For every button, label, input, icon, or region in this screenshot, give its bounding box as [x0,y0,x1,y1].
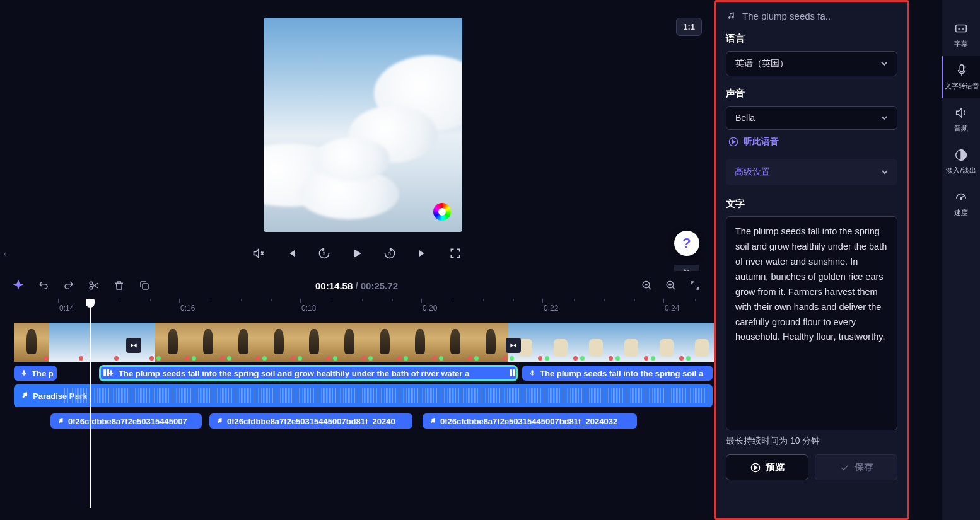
fit-timeline-button[interactable] [688,279,702,292]
panel-header: The plump seeds fa.. [726,11,897,21]
music-clip[interactable]: Paradise Park [14,384,713,407]
rail-audio[interactable]: 音频 [942,98,980,141]
music-track[interactable]: Paradise Park [0,384,713,407]
duration-hint: 最长持续时间为 10 分钟 [726,436,897,447]
ai-sparkle-button[interactable] [11,279,25,292]
svg-point-11 [960,197,962,199]
rail-fade[interactable]: 淡入/淡出 [942,141,980,183]
video-thumbnail[interactable] [438,323,473,362]
video-thumbnail[interactable] [614,323,650,362]
video-thumbnail[interactable] [367,323,402,362]
split-button[interactable] [87,279,101,292]
expand-left-button[interactable]: ‹ [4,248,7,258]
ruler-tick: 0:18 [301,304,316,313]
skip-start-button[interactable] [283,245,300,262]
rewind-5-button[interactable]: 5 [315,245,333,262]
voice-track[interactable]: The pThe plump seeds fall into the sprin… [0,366,713,381]
svg-rect-4 [143,284,148,289]
language-label: 语言 [726,33,897,45]
svg-point-3 [90,287,93,290]
sfx-track[interactable]: 0f26cfdbbe8a7f2e503154450070f26cfdbbe8a7… [0,413,713,429]
zoom-in-button[interactable] [664,279,678,292]
transition-icon[interactable] [506,338,521,353]
aspect-ratio-button[interactable]: 1:1 [676,18,702,36]
duplicate-button[interactable] [137,279,151,292]
advanced-settings-toggle[interactable]: 高级设置 [726,159,897,185]
preview-canvas[interactable] [264,18,462,232]
ruler-tick: 0:20 [423,304,437,313]
help-button[interactable]: ? [674,231,699,256]
video-thumbnail[interactable] [226,323,261,362]
video-thumbnail[interactable] [650,323,685,362]
transition-icon[interactable] [126,338,141,353]
ruler-tick: 0:24 [665,304,679,313]
ruler-tick: 0:22 [544,304,558,313]
video-thumbnail[interactable] [296,323,332,362]
rail-subtitle[interactable]: 字幕 [942,14,980,56]
video-thumbnail[interactable] [261,323,296,362]
video-track[interactable] [0,323,713,362]
video-thumbnail[interactable] [332,323,367,362]
playback-controls: 5 5 [0,245,713,262]
save-button[interactable]: 保存 [815,454,897,480]
svg-point-2 [90,282,93,285]
voice-clip[interactable]: The p [14,366,57,381]
sfx-clip[interactable]: 0f26cfdbbe8a7f2e50315445007bd81f_2024032 [423,413,637,429]
mute-button[interactable] [250,245,267,262]
preview-button[interactable]: 预览 [726,454,808,480]
text-label: 文字 [726,198,897,210]
tts-text-input[interactable]: The plump seeds fall into the spring soi… [726,216,897,430]
listen-voice-link[interactable]: 听此语音 [728,136,897,147]
tts-panel: The plump seeds fa.. 语言 英语（英国） 声音 Bella … [714,0,909,520]
voice-clip[interactable]: The plump seeds fall into the spring soi… [522,366,713,381]
svg-text:5: 5 [322,251,325,256]
timeline-region: 00:14.58 / 00:25.72 0:140:160:180:200:22… [0,271,713,520]
redo-button[interactable] [62,279,76,292]
language-select[interactable]: 英语（英国） [726,51,897,76]
ruler-tick: 0:16 [180,304,195,313]
skip-end-button[interactable] [414,245,431,262]
video-thumbnail[interactable] [544,323,579,362]
video-thumbnail[interactable] [579,323,614,362]
forward-5-button[interactable]: 5 [381,245,399,262]
color-wheel-icon [433,203,451,221]
video-thumbnail[interactable] [473,323,508,362]
sfx-clip[interactable]: 0f26cfdbbe8a7f2e50315445007 [50,413,202,429]
voice-label: 声音 [726,88,897,100]
preview-region: 1:1 5 5 ? ‹ [0,0,713,271]
zoom-out-button[interactable] [640,279,654,292]
play-button[interactable] [348,245,366,262]
timeline-ruler[interactable]: 0:140:160:180:200:220:24 [0,299,713,319]
rail-speed[interactable]: 速度 [942,183,980,225]
timecode-display: 00:14.58 / 00:25.72 [315,280,398,291]
undo-button[interactable] [37,279,50,292]
fullscreen-button[interactable] [446,245,464,262]
voice-clip[interactable]: The plump seeds fall into the spring soi… [100,366,517,381]
voice-select[interactable]: Bella [726,106,897,130]
video-thumbnail[interactable] [190,323,226,362]
svg-text:5: 5 [388,251,390,256]
svg-rect-9 [956,25,967,32]
right-rail: 字幕 文字转语音 音频 淡入/淡出 速度 [942,0,980,520]
video-thumbnail[interactable] [14,323,49,362]
video-thumbnail[interactable] [155,323,190,362]
rail-tts[interactable]: 文字转语音 [942,56,980,98]
ruler-tick: 0:14 [59,304,74,313]
sfx-clip[interactable]: 0f26cfdbbe8a7f2e50315445007bd81f_20240 [209,413,412,429]
video-thumbnail[interactable] [402,323,438,362]
video-thumbnail[interactable] [49,323,85,362]
delete-button[interactable] [112,279,126,292]
